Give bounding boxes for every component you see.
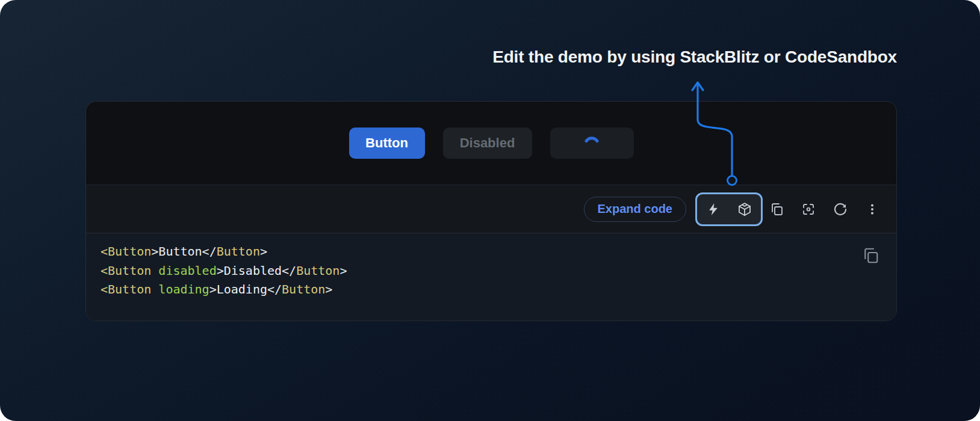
screenshot-root: Edit the demo by using StackBlitz or Cod… (0, 0, 980, 421)
refresh-icon (833, 201, 848, 217)
demo-toolbar: Expand code (86, 185, 896, 233)
stackblitz-icon (707, 202, 720, 217)
code-lines: <Button>Button</Button><Button disabled>… (101, 242, 882, 300)
more-icon (866, 202, 879, 217)
disabled-button[interactable]: Disabled (443, 128, 532, 159)
code-line: <Button disabled>Disabled</Button> (101, 262, 882, 281)
demo-preview: Button Disabled (86, 102, 896, 185)
open-preview-button[interactable] (801, 202, 816, 217)
codesandbox-button[interactable] (737, 202, 752, 217)
expand-code-button[interactable]: Expand code (584, 197, 686, 222)
edit-icons-highlight (695, 192, 763, 226)
primary-button[interactable]: Button (349, 128, 425, 159)
more-actions-button[interactable] (865, 202, 879, 217)
codesandbox-icon (737, 201, 752, 217)
loading-button[interactable] (550, 128, 634, 159)
demo-card: Button Disabled Expand code (85, 101, 897, 321)
stackblitz-button[interactable] (706, 202, 721, 217)
copy-icon (861, 247, 879, 265)
annotation-title: Edit the demo by using StackBlitz or Cod… (492, 48, 897, 67)
refresh-demo-button[interactable] (833, 202, 848, 217)
copy-snippet-button[interactable] (861, 247, 879, 265)
page-background: Edit the demo by using StackBlitz or Cod… (0, 0, 980, 421)
code-line: <Button loading>Loading</Button> (101, 280, 882, 300)
loading-spinner-icon (577, 129, 606, 158)
center-focus-icon (801, 201, 816, 217)
code-block: <Button>Button</Button><Button disabled>… (86, 233, 896, 321)
copy-code-button[interactable] (769, 202, 784, 217)
code-line: <Button>Button</Button> (101, 242, 882, 262)
copy-icon (769, 201, 784, 217)
